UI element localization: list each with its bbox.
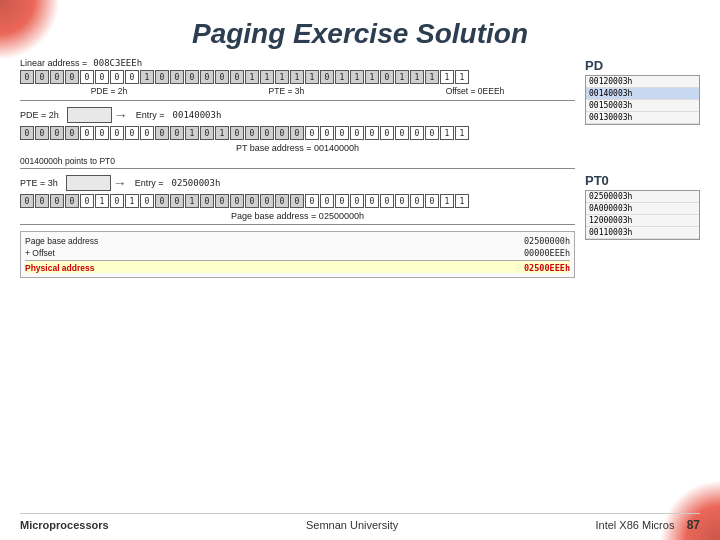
bit-cell: 0 — [275, 194, 289, 208]
bit-cell: 0 — [65, 126, 79, 140]
bit-cell: 0 — [80, 194, 94, 208]
content-area: Linear address = 008C3EEEh 0000000010000… — [20, 58, 700, 498]
footer-right: Intel X86 Micros 87 — [596, 518, 700, 532]
footer-right-text: Intel X86 Micros — [596, 519, 675, 531]
bit-cell: 1 — [395, 70, 409, 84]
phys-offset-row: + Offset 00000EEEh — [25, 248, 570, 258]
pde-rect — [67, 107, 112, 123]
pde-entry-row-2: PTE = 3h → Entry = 02500003h — [20, 175, 575, 191]
pd-table: 00120003h00140003h00150003h00130003h — [585, 75, 700, 125]
phys-result-val: 02500EEEh — [524, 263, 570, 273]
bit-cell: 0 — [125, 126, 139, 140]
slide-title: Paging Exercise Solution — [20, 10, 700, 50]
arrow-right-1: → — [114, 108, 128, 122]
bit-cell: 0 — [140, 194, 154, 208]
arrow-right-2: → — [113, 176, 127, 190]
side-tables: PD 00120003h00140003h00150003h00130003h … — [585, 58, 700, 498]
bit-cell: 0 — [410, 194, 424, 208]
phys-offset-label: + Offset — [25, 248, 55, 258]
bit-cell: 0 — [155, 126, 169, 140]
pt0-table-row: 12000003h — [586, 215, 699, 227]
entry-val-1: 00140003h — [173, 110, 222, 120]
bit-cell: 0 — [110, 126, 124, 140]
bit-cell: 0 — [35, 194, 49, 208]
bit-cell: 1 — [440, 194, 454, 208]
bit-cell: 0 — [65, 194, 79, 208]
bit-cell: 0 — [35, 126, 49, 140]
bit-cell: 0 — [320, 126, 334, 140]
pde-eq-label: PDE = 2h — [20, 110, 59, 120]
linear-address-value: 008C3EEEh — [93, 58, 142, 68]
bit-cell: 1 — [410, 70, 424, 84]
bit-cell: 0 — [230, 194, 244, 208]
bit-cell: 1 — [185, 126, 199, 140]
labels-row-1: PDE = 2h PTE = 3h Offset = 0EEEh — [20, 86, 575, 96]
bit-cell: 1 — [215, 126, 229, 140]
bit-cell: 0 — [335, 194, 349, 208]
bit-cell: 1 — [440, 70, 454, 84]
phys-base-val: 02500000h — [524, 236, 570, 246]
bit-cell: 0 — [395, 126, 409, 140]
phys-base-label: Page base address — [25, 236, 98, 246]
pt0-section: PT0 02500003h0A000003h12000003h00110003h — [585, 173, 700, 240]
bit-cell: 1 — [365, 70, 379, 84]
phys-result-label: Physical address — [25, 263, 94, 273]
bit-cell: 0 — [110, 70, 124, 84]
points-to-label: 00140000h points to PT0 — [20, 156, 575, 166]
corner-decoration-tl — [0, 0, 60, 60]
bit-cell: 0 — [245, 194, 259, 208]
bit-cell: 0 — [125, 70, 139, 84]
bit-cell: 1 — [275, 70, 289, 84]
bit-row-1: 000000001000000111110111011111 — [20, 70, 575, 84]
pd-table-row: 00150003h — [586, 100, 699, 112]
bit-cell: 1 — [455, 194, 469, 208]
pt0-table: 02500003h0A000003h12000003h00110003h — [585, 190, 700, 240]
bit-cell: 1 — [185, 194, 199, 208]
bit-cell: 0 — [320, 194, 334, 208]
bit-cell: 0 — [380, 194, 394, 208]
bit-cell: 0 — [365, 126, 379, 140]
page-number: 87 — [687, 518, 700, 532]
bit-row-3: 000001010001000000000000000011 — [20, 194, 575, 208]
bit-cell: 0 — [230, 126, 244, 140]
bit-cell: 1 — [455, 126, 469, 140]
bit-cell: 0 — [380, 126, 394, 140]
entry-eq-2-label: Entry = — [135, 178, 164, 188]
pte-rect — [66, 175, 111, 191]
linear-address-row: Linear address = 008C3EEEh — [20, 58, 575, 68]
bit-cell: 1 — [440, 126, 454, 140]
phys-base-row: Page base address 02500000h — [25, 236, 570, 246]
bit-cell: 0 — [245, 126, 259, 140]
bit-cell: 0 — [170, 194, 184, 208]
bit-cell: 0 — [20, 194, 34, 208]
bit-cell: 0 — [335, 126, 349, 140]
pde-label: PDE = 2h — [91, 86, 128, 96]
bit-cell: 0 — [425, 126, 439, 140]
bit-cell: 0 — [200, 70, 214, 84]
bit-cell: 0 — [305, 126, 319, 140]
pd-section: PD 00120003h00140003h00150003h00130003h — [585, 58, 700, 125]
bit-cell: 0 — [350, 126, 364, 140]
pde-entry-row-1: PDE = 2h → Entry = 00140003h — [20, 107, 575, 123]
bit-cell: 0 — [215, 70, 229, 84]
phys-result-row: Physical address 02500EEEh — [25, 260, 570, 273]
bit-cell: 0 — [170, 70, 184, 84]
bit-row-2: 000000000001010000000000000011 — [20, 126, 575, 140]
bit-cell: 1 — [305, 70, 319, 84]
slide: Paging Exercise Solution Linear address … — [0, 0, 720, 540]
bit-cell: 1 — [350, 70, 364, 84]
pd-table-row: 00140003h — [586, 88, 699, 100]
bit-cell: 0 — [200, 194, 214, 208]
offset-label: Offset = 0EEEh — [446, 86, 505, 96]
bit-cell: 1 — [290, 70, 304, 84]
page-base-label: Page base address = 02500000h — [20, 211, 575, 221]
bit-cell: 1 — [95, 194, 109, 208]
bit-cell: 0 — [260, 126, 274, 140]
bit-cell: 0 — [215, 194, 229, 208]
bit-cell: 0 — [290, 126, 304, 140]
bit-cell: 0 — [395, 194, 409, 208]
pt0-table-row: 02500003h — [586, 191, 699, 203]
bit-cell: 0 — [80, 70, 94, 84]
bit-cell: 0 — [35, 70, 49, 84]
bit-cell: 0 — [50, 194, 64, 208]
